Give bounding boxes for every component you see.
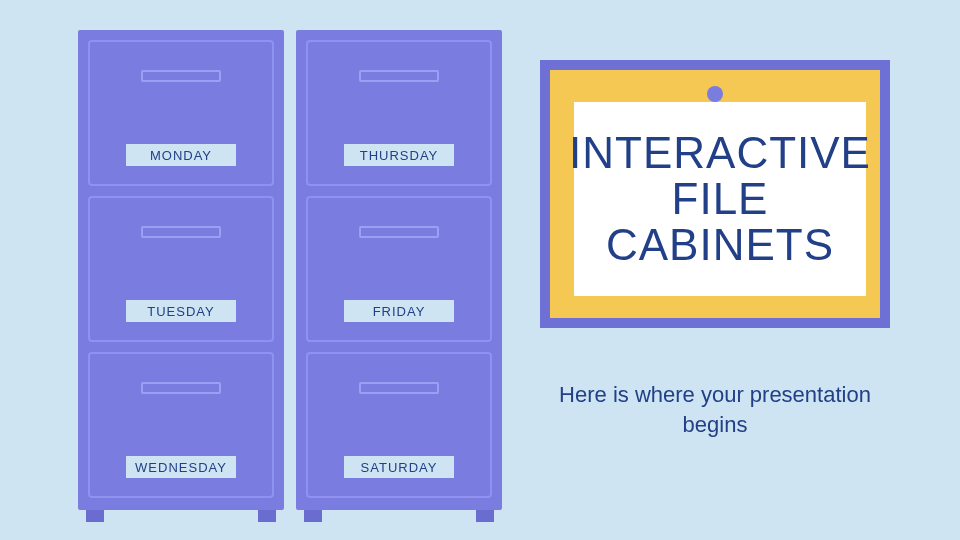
cabinet-feet	[78, 510, 284, 522]
drawer-label: SATURDAY	[344, 456, 454, 478]
drawer-label-text: WEDNESDAY	[135, 460, 227, 475]
cabinet-foot	[304, 510, 322, 522]
cabinet-feet	[296, 510, 502, 522]
drawer-handle	[141, 226, 221, 238]
pushpin-icon	[707, 86, 723, 102]
title-line-2: FILE CABINETS	[569, 176, 871, 268]
cabinet-foot	[258, 510, 276, 522]
title-line-1: INTERACTIVE	[569, 130, 871, 176]
drawer-tuesday[interactable]: TUESDAY	[88, 196, 274, 342]
drawer-wednesday[interactable]: WEDNESDAY	[88, 352, 274, 498]
drawer-label-text: TUESDAY	[147, 304, 214, 319]
drawer-label: TUESDAY	[126, 300, 236, 322]
drawer-label-text: SATURDAY	[361, 460, 438, 475]
drawer-label: FRIDAY	[344, 300, 454, 322]
drawer-saturday[interactable]: SATURDAY	[306, 352, 492, 498]
drawer-label-text: THURSDAY	[360, 148, 439, 163]
drawer-handle	[359, 70, 439, 82]
drawer-handle	[141, 70, 221, 82]
file-cabinet-right: THURSDAY FRIDAY SATURDAY	[296, 30, 502, 510]
drawer-label: MONDAY	[126, 144, 236, 166]
drawer-label-text: MONDAY	[150, 148, 212, 163]
title-note: INTERACTIVE FILE CABINETS	[574, 102, 866, 296]
drawer-handle	[359, 226, 439, 238]
bulletin-board: INTERACTIVE FILE CABINETS	[540, 60, 890, 328]
file-cabinet-left: MONDAY TUESDAY WEDNESDAY	[78, 30, 284, 510]
drawer-label: WEDNESDAY	[126, 456, 236, 478]
slide-subtitle: Here is where your presentation begins	[540, 380, 890, 439]
drawer-handle	[141, 382, 221, 394]
drawer-handle	[359, 382, 439, 394]
drawer-monday[interactable]: MONDAY	[88, 40, 274, 186]
drawer-thursday[interactable]: THURSDAY	[306, 40, 492, 186]
drawer-label-text: FRIDAY	[373, 304, 426, 319]
cabinet-foot	[476, 510, 494, 522]
cabinet-foot	[86, 510, 104, 522]
drawer-label: THURSDAY	[344, 144, 454, 166]
slide: MONDAY TUESDAY WEDNESDAY THURSDAY FRIDAY…	[0, 0, 960, 540]
slide-title: INTERACTIVE FILE CABINETS	[569, 130, 871, 269]
drawer-friday[interactable]: FRIDAY	[306, 196, 492, 342]
